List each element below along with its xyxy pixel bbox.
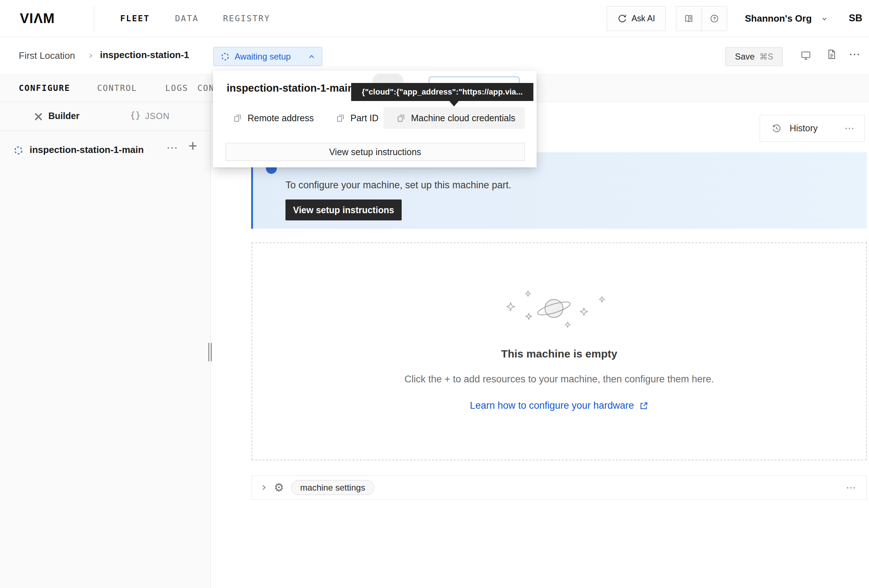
copy-icon (336, 113, 345, 123)
view-setup-instructions-button[interactable]: View setup instructions (285, 200, 402, 221)
empty-state-title: This machine is empty (501, 348, 617, 360)
svg-text:?: ? (713, 16, 716, 21)
sidebar-resize-handle[interactable] (211, 343, 212, 361)
chevron-down-icon[interactable] (822, 16, 827, 24)
history-button[interactable]: History ⋯ (760, 115, 865, 142)
setup-banner-text: To configure your machine, set up this m… (285, 180, 512, 191)
part-dropdown-popup: inspection-station-1-main {"cloud":{"app… (213, 71, 537, 167)
copy-machine-cloud-credentials-label: Machine cloud credentials (411, 113, 515, 123)
save-label: Save (735, 52, 755, 62)
support-button[interactable]: ? (701, 6, 727, 31)
help-icon: ? (709, 14, 719, 24)
nav-fleet[interactable]: FLEET (120, 0, 150, 37)
json-braces-icon[interactable]: {} (130, 110, 141, 120)
machine-settings-pill[interactable]: machine settings (291, 480, 374, 495)
monitor-icon[interactable] (801, 50, 811, 62)
breadcrumb-location[interactable]: First Location (19, 50, 75, 61)
empty-machine-panel: This machine is empty Click the + to add… (252, 243, 867, 460)
builder-tools-icon (33, 111, 44, 123)
sidebar-resize-handle[interactable] (208, 343, 209, 361)
org-switcher[interactable]: Shannon's Org (745, 13, 812, 24)
viam-app: VIΛM FLEET DATA REGISTRY Ask AI (0, 0, 869, 588)
settings-overflow-menu[interactable]: ⋯ (846, 483, 856, 493)
popup-part-title: inspection-station-1-main (227, 82, 354, 94)
popup-view-setup-instructions-button[interactable]: View setup instructions (225, 143, 525, 161)
copy-icon (233, 113, 242, 123)
copy-remote-address-label: Remote address (248, 113, 314, 123)
chevron-up-icon (308, 54, 315, 59)
header-divider (94, 6, 94, 32)
tooltip-arrow (449, 101, 459, 107)
ask-ai-button[interactable]: Ask AI (607, 6, 666, 31)
planet-illustration (500, 286, 619, 333)
copy-machine-cloud-credentials-button[interactable]: Machine cloud credentials (396, 107, 515, 129)
sidebar-part-name[interactable]: inspection-station-1-main (30, 144, 144, 156)
copy-part-id-button[interactable]: Part ID (336, 107, 378, 129)
tab-logs[interactable]: LOGS (165, 75, 188, 102)
help-button-group: ? (676, 6, 727, 31)
add-resource-button[interactable]: + (188, 138, 197, 155)
copy-part-id-label: Part ID (350, 113, 378, 123)
ask-ai-icon (617, 14, 627, 24)
external-link-icon (639, 401, 648, 410)
viam-logo[interactable]: VIΛM (20, 11, 55, 26)
history-clock-icon (771, 123, 782, 133)
part-status-icon (14, 146, 23, 157)
ask-ai-label: Ask AI (632, 14, 655, 24)
config-sidebar: Builder {} JSON inspection-station-1-mai… (0, 102, 211, 588)
machine-settings-section: ⚙ machine settings ⋯ (252, 475, 867, 500)
view-toggle-row: Builder {} JSON (0, 102, 211, 131)
breadcrumb-chevron-icon (88, 53, 94, 60)
copy-icon (396, 113, 406, 123)
panel-overflow-menu[interactable]: ⋯ (844, 123, 855, 133)
builder-toggle[interactable]: Builder (48, 111, 79, 121)
nav-registry[interactable]: REGISTRY (223, 0, 270, 37)
user-avatar[interactable]: SB (849, 13, 863, 24)
empty-state-subtitle: Click the + to add resources to your mac… (405, 374, 714, 385)
tab-control[interactable]: CONTROL (97, 75, 137, 102)
save-shortcut: ⌘S (759, 52, 773, 62)
part-overflow-menu[interactable]: ⋯ (166, 142, 178, 153)
machine-status-dropdown[interactable]: Awaiting setup (213, 47, 322, 66)
save-button[interactable]: Save ⌘S (725, 47, 783, 66)
copy-remote-address-button[interactable]: Remote address (233, 107, 314, 129)
machine-status-label: Awaiting setup (234, 52, 291, 62)
learn-hardware-link-label: Learn how to configure your hardware (470, 400, 634, 411)
docs-button[interactable] (676, 6, 701, 31)
json-toggle[interactable]: JSON (145, 111, 170, 121)
file-icon[interactable] (827, 49, 836, 61)
gear-icon[interactable]: ⚙ (274, 482, 284, 493)
top-nav-bar: VIΛM FLEET DATA REGISTRY Ask AI (0, 0, 869, 37)
book-icon (684, 14, 694, 24)
learn-hardware-link[interactable]: Learn how to configure your hardware (470, 400, 648, 411)
chevron-right-icon[interactable] (261, 484, 267, 491)
tab-configure[interactable]: CONFIGURE (19, 75, 70, 102)
history-label: History (790, 123, 818, 133)
breadcrumb-machine-name: inspection-station-1 (100, 49, 189, 61)
nav-data[interactable]: DATA (175, 0, 199, 37)
awaiting-setup-icon (221, 52, 230, 61)
credentials-tooltip: {"cloud":{"app_address":"https://app.via… (351, 83, 533, 101)
toolbar-overflow-menu[interactable]: ⋯ (849, 48, 861, 60)
